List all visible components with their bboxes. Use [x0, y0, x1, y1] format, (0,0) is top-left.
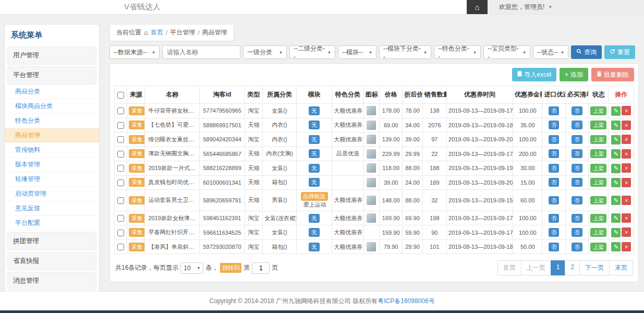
page-button[interactable]: 上一页 [521, 260, 551, 275]
delete-button[interactable]: × [622, 227, 631, 237]
import-optional-badge[interactable]: 否 [549, 214, 560, 223]
sidebar-item[interactable]: 启动页管理 [5, 187, 99, 201]
sidebar-item[interactable]: 商品分类 [5, 85, 99, 99]
must-buy-badge[interactable]: 否 [572, 164, 582, 173]
per-page-select[interactable]: 10 ▼ [180, 262, 203, 274]
sidebar-group[interactable]: 消息管理 [7, 272, 96, 290]
status-badge[interactable]: 上架 [590, 196, 606, 205]
edit-button[interactable]: ✎ [611, 178, 621, 187]
select-all-checkbox[interactable] [117, 92, 124, 99]
status-badge[interactable]: 上架 [590, 228, 606, 237]
edit-button[interactable]: ✎ [611, 135, 621, 145]
add-button[interactable]: + 添加 [560, 68, 588, 81]
sidebar-group[interactable]: 平台管理 [7, 66, 96, 85]
row-checkbox[interactable] [117, 244, 124, 250]
delete-button[interactable]: × [622, 213, 631, 223]
import-optional-badge[interactable]: 否 [549, 196, 560, 205]
delete-button[interactable]: × [622, 242, 631, 251]
sidebar-item[interactable]: 平台配置 [5, 216, 99, 231]
filter-select[interactable]: --模块下分类--▼ [379, 45, 431, 59]
status-badge[interactable]: 上架 [590, 121, 606, 129]
filter-select[interactable]: --模块--▼ [338, 45, 376, 59]
delete-button[interactable]: × [622, 106, 631, 115]
delete-button[interactable]: × [622, 149, 631, 159]
search-button[interactable]: 查询 [571, 45, 602, 59]
import-optional-badge[interactable]: 否 [549, 149, 560, 158]
row-checkbox[interactable] [117, 107, 124, 114]
user-menu[interactable]: 欢迎您，管理员! ▼ [488, 0, 644, 14]
must-buy-badge[interactable]: 否 [572, 214, 582, 223]
row-checkbox[interactable] [117, 136, 124, 143]
jump-to-button[interactable]: 跳转到 [220, 263, 241, 273]
must-buy-badge[interactable]: 否 [572, 121, 582, 129]
must-buy-badge[interactable]: 否 [572, 106, 582, 115]
delete-button[interactable]: × [622, 196, 631, 205]
delete-button[interactable]: × [622, 121, 631, 130]
filter-select[interactable]: --宝贝类型--▼ [483, 45, 530, 59]
status-badge[interactable]: 上架 [590, 243, 606, 251]
batch-delete-button[interactable]: 批量删除 [591, 68, 634, 81]
edit-button[interactable]: ✎ [611, 228, 621, 237]
page-button[interactable]: 1 [551, 260, 566, 275]
status-badge[interactable]: 上架 [590, 164, 606, 173]
row-checkbox[interactable] [117, 230, 124, 236]
sidebar-item[interactable]: 轮播管理 [5, 172, 99, 187]
sidebar-item[interactable]: 模块商品分类 [5, 99, 99, 114]
sidebar-item[interactable]: 宣传物料 [5, 143, 99, 158]
row-checkbox[interactable] [117, 165, 124, 172]
filter-select[interactable]: --特色分类--▼ [434, 45, 481, 59]
edit-button[interactable]: ✎ [611, 149, 621, 159]
reset-button[interactable]: 重置 [604, 45, 635, 59]
must-buy-badge[interactable]: 否 [572, 135, 582, 144]
status-badge[interactable]: 上架 [590, 135, 606, 144]
edit-button[interactable]: ✎ [611, 106, 621, 116]
breadcrumb-item[interactable]: 平台管理 [170, 28, 195, 37]
sidebar-item[interactable]: 版本管理 [5, 158, 99, 172]
import-optional-badge[interactable]: 否 [549, 164, 560, 173]
import-excel-button[interactable]: 导入excel [512, 68, 556, 81]
delete-button[interactable]: × [622, 178, 631, 187]
import-optional-badge[interactable]: 否 [549, 106, 560, 115]
breadcrumb-home-link[interactable]: 首页 [151, 28, 163, 37]
edit-button[interactable]: ✎ [611, 121, 621, 130]
import-optional-badge[interactable]: 否 [549, 121, 560, 129]
must-buy-badge[interactable]: 否 [572, 228, 582, 237]
page-button[interactable]: 首页 [497, 260, 521, 275]
filter-select[interactable]: --数据来源--▼ [110, 45, 160, 59]
edit-button[interactable]: ✎ [611, 242, 621, 251]
jump-page-input[interactable] [252, 262, 270, 274]
delete-button[interactable]: × [622, 135, 631, 144]
sidebar-item[interactable]: 意见反馈 [5, 201, 99, 216]
must-buy-badge[interactable]: 否 [572, 178, 582, 187]
home-button[interactable]: ⌂ [467, 0, 488, 14]
icp-link[interactable]: 粤ICP备16098006号 [378, 297, 434, 305]
row-checkbox[interactable] [117, 215, 124, 222]
import-optional-badge[interactable]: 否 [549, 178, 560, 187]
delete-button[interactable]: × [622, 163, 631, 173]
page-button[interactable]: 末页 [609, 260, 633, 275]
import-optional-badge[interactable]: 否 [549, 135, 560, 144]
sidebar-group[interactable]: 用户管理 [7, 46, 96, 65]
sidebar-item[interactable]: 商品管理 [5, 128, 99, 143]
filter-select[interactable]: --二级分类--▼ [289, 45, 335, 59]
status-badge[interactable]: 上架 [590, 106, 606, 115]
row-checkbox[interactable] [117, 179, 124, 186]
sidebar-group[interactable]: 省直快报 [7, 252, 96, 270]
page-button[interactable]: 下一页 [579, 260, 610, 275]
edit-button[interactable]: ✎ [611, 213, 621, 223]
must-buy-badge[interactable]: 否 [572, 196, 582, 205]
row-checkbox[interactable] [117, 122, 124, 129]
filter-select[interactable]: --状态--▼ [533, 45, 568, 59]
edit-button[interactable]: ✎ [611, 164, 621, 173]
import-optional-badge[interactable]: 否 [549, 243, 560, 251]
page-button[interactable]: 2 [565, 260, 580, 275]
sidebar-group[interactable]: 拼团管理 [7, 232, 96, 250]
row-checkbox[interactable] [117, 197, 124, 204]
row-checkbox[interactable] [117, 151, 124, 158]
status-badge[interactable]: 上架 [590, 178, 606, 187]
edit-button[interactable]: ✎ [611, 196, 621, 205]
must-buy-badge[interactable]: 否 [572, 149, 582, 158]
status-badge[interactable]: 上架 [590, 149, 606, 158]
filter-select[interactable]: 一级分类▼ [243, 45, 287, 59]
sidebar-item[interactable]: 特色分类 [5, 114, 99, 128]
